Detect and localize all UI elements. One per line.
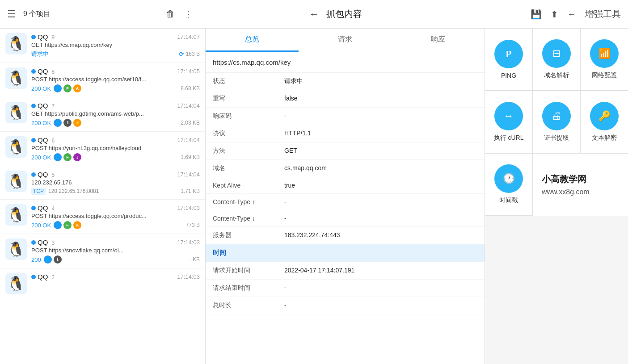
size-label: 8.68 KB [181,85,200,92]
tool-timestamp[interactable]: 🕐 时间戳 [485,154,533,216]
time-label: 17:14:04 [177,102,200,109]
field-key: 响应码 [213,112,284,120]
tool-label: 执行 cURL [494,134,524,142]
icon-row: 🌐 F A [54,84,81,92]
status-label: 200 OK [31,154,51,161]
tab-overview[interactable]: 总览 [206,29,299,52]
avatar: 🐧 [5,102,27,123]
size-label: 773 B [186,222,200,228]
tool-decrypt[interactable]: 🔑 文本解密 [581,91,628,153]
section-label: 时间 [213,249,226,257]
enhance-tools-button[interactable]: 增强工具 [585,8,621,20]
f-badge: F [63,221,72,229]
save-icon[interactable]: 💾 [531,9,542,20]
item-count: 9 个项目 [23,9,166,19]
packet-info: QQ 6 17:14:04 POST https://yun-hl.3g.qq.… [31,136,200,161]
hint-badge: ⚡ [73,119,81,127]
field-value: - [284,301,287,310]
field-key: 方法 [213,147,284,155]
tool-label: 证书提取 [544,134,569,142]
detail-row-status: 状态 请求中 [206,73,485,90]
detail-row-rewrite: 重写 false [206,90,485,108]
tools-row-1: P PING ⊟ 域名解析 📶 网络配置 [485,29,628,91]
tab-response[interactable]: 响应 [392,29,485,52]
center-section: ← 抓包内容 [193,8,478,20]
url-line: GET https://public.gdtimg.com/ams-web/p.… [31,110,170,117]
icon-row: 🌐 F A [54,221,81,229]
tool-ping[interactable]: P PING [485,29,533,91]
packet-info: QQ 9 17:14:07 GET https://cs.map.qq.com/… [31,33,200,58]
back-icon[interactable]: ← [309,8,319,20]
globe-badge: 🌐 [54,221,62,229]
field-value: 183.232.224.74:443 [284,231,340,239]
status-label: 请求中 [31,50,49,58]
decrypt-icon: 🔑 [590,102,619,130]
back2-icon[interactable]: ← [567,9,576,19]
tool-dns[interactable]: ⊟ 域名解析 [533,29,581,91]
size-label: 2.03 KB [181,120,200,126]
avatar: 🐧 [5,171,27,192]
time-label: 17:14:04 [177,137,200,143]
icon-row: 🌐 F J [54,153,81,161]
list-item[interactable]: 🐧 QQ 3 17:14:03 POST https://snowflake.q… [0,234,205,268]
detail-row-method: 方法 GET [206,142,485,160]
detail-row-keepalive: Kept Alive true [206,177,485,194]
list-item[interactable]: 🐧 QQ 6 17:14:04 POST https://yun-hl.3g.q… [0,132,205,166]
app-name: QQ 9 [31,33,55,41]
status-label: 200 OK [31,85,51,92]
packet-list: 🐧 QQ 9 17:14:07 GET https://cs.map.qq.co… [0,29,206,364]
avatar: 🐧 [5,238,27,260]
delete-icon[interactable]: 🗑 [166,9,175,19]
list-item[interactable]: 🐧 QQ 9 17:14:07 GET https://cs.map.qq.co… [0,29,205,63]
list-item[interactable]: 🐧 QQ 2 17:14:03 [0,268,205,299]
list-item[interactable]: 🐧 QQ 4 17:14:03 POST https://access.togg… [0,200,205,234]
status-label: 200 OK [31,222,51,229]
f-badge: F [63,153,72,161]
field-key: Content-Type ↓ [213,215,284,222]
icon-row: 🌐 ℹ [44,255,62,264]
detail-tabs: 总览 请求 响应 [206,29,485,52]
tab-request[interactable]: 请求 [299,29,392,52]
menu-icon[interactable]: ☰ [7,8,16,20]
time-label: 17:14:03 [177,239,200,246]
field-key: 重写 [213,95,284,103]
info-badge: ℹ [54,255,62,264]
tool-network-config[interactable]: 📶 网络配置 [581,29,628,91]
more-icon[interactable]: ⋮ [184,9,193,20]
packet-info: QQ 4 17:14:03 POST https://access.toggle… [31,204,200,229]
list-item[interactable]: 🐧 QQ 7 17:14:04 GET https://public.gdtim… [0,97,205,132]
field-value: - [284,112,287,120]
tool-curl[interactable]: ↔ 执行 cURL [485,91,533,153]
packet-info: QQ 5 17:14:04 120.232.65.176 TCP 120.232… [31,171,200,195]
detail-row-respcode: 响应码 - [206,108,485,125]
detail-row-ct-up: Content-Type ↑ - [206,194,485,210]
list-item[interactable]: 🐧 QQ 5 17:14:04 120.232.65.176 TCP 120.2… [0,166,205,200]
field-value: 2022-04-17 17:14:07.191 [284,267,354,275]
tcp-addr: 120.232.65.176:8081 [48,188,99,194]
field-key: 请求结束时间 [213,284,284,292]
size-label: 1.69 KB [181,154,200,160]
url-line: GET https://cs.map.qq.com/key [31,42,170,48]
list-item[interactable]: 🐧 QQ 8 17:14:05 POST https://access.togg… [0,63,205,97]
tools-row-3: 🕐 时间戳 小高教学网 www.xx8g.com [485,154,628,216]
time-label: 17:14:05 [177,68,200,75]
dns-icon: ⊟ [542,39,571,68]
app-name: QQ 3 [31,238,55,246]
avatar: 🐧 [5,67,27,89]
url-line: POST https://access.toggle.qq.com/set10/… [31,76,170,83]
size-label: ...KB [188,256,200,263]
time-label: 17:14:03 [177,273,200,280]
app-name: QQ 8 [31,67,55,75]
field-key: 域名 [213,164,284,172]
curl-icon: ↔ [494,102,523,130]
url-line: POST https://snowflake.qq.com/ol... [31,247,170,254]
avatar: 🐧 [5,33,27,54]
tools-panel: P PING ⊟ 域名解析 📶 网络配置 ↔ [485,29,628,364]
page-title: 抓包内容 [326,8,362,20]
packet-info: QQ 8 17:14:05 POST https://access.toggle… [31,67,200,92]
share-icon[interactable]: ⬆ [551,9,558,20]
size-label: ⟳ 163 B [179,50,200,58]
field-value: - [284,215,287,222]
url-line: POST https://yun-hl.3g.qq.com/halleyclou… [31,145,170,151]
tool-cert[interactable]: 🖨 证书提取 [533,91,581,153]
